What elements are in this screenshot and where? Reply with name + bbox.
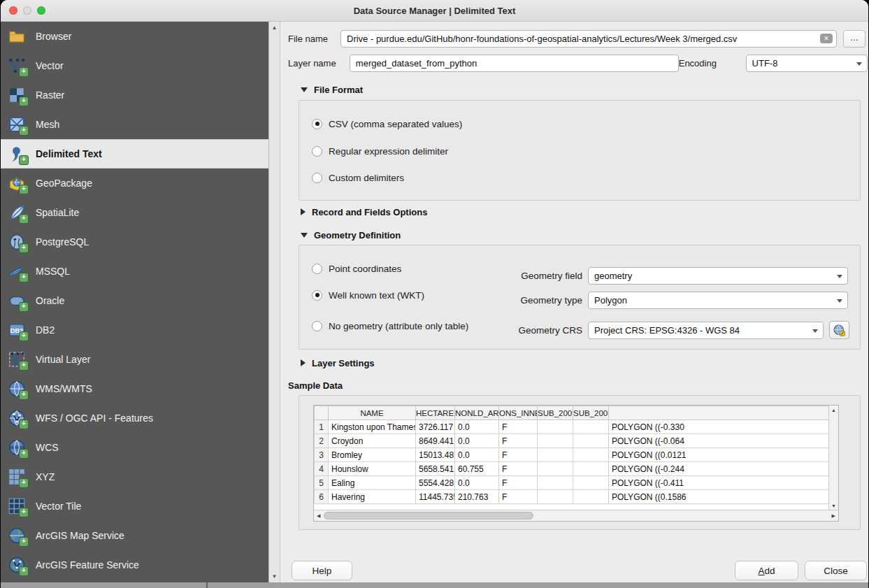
sidebar-item-delimited-text[interactable]: Delimited Text [1,139,268,168]
radio-csv[interactable]: CSV (comma separated values) [312,117,462,131]
section-header-layer-settings[interactable]: Layer Settings [301,357,375,368]
sidebar-item-label: Delimited Text [36,148,102,159]
geometry-crs-select[interactable]: Project CRS: EPSG:4326 - WGS 84 [588,322,824,339]
sidebar-item-mesh[interactable]: Mesh [1,110,268,139]
globe-band-icon [8,438,26,457]
geometry-crs-value: Project CRS: EPSG:4326 - WGS 84 [594,325,740,336]
sidebar-item-label: Raster [36,89,64,101]
radio-point-coordinates[interactable]: Point coordinates [312,261,401,275]
radio-button-icon[interactable] [312,119,322,129]
cell [538,434,573,448]
radio-no-geometry[interactable]: No geometry (attribute only table) [312,319,468,333]
scroll-left-icon[interactable]: ◀ [317,513,320,519]
sample-data-table: NAME HECTARES NONLD_AREA ONS_INNER SUB_2… [313,405,839,522]
sidebar-item-wfs-ogc-api[interactable]: WFS / OGC API - Features [1,403,268,433]
geometry-field-select[interactable]: geometry [588,267,848,285]
column-header: SUB_2006 [573,406,609,420]
file-format-group: CSV (comma separated values) Regular exp… [299,100,861,201]
help-button[interactable]: Help [292,561,352,580]
sidebar-item-spatialite[interactable]: SpatiaLite [1,198,268,227]
sidebar-item-label: GeoPackage [36,178,92,189]
sidebar-item-mssql[interactable]: MSSQL [1,257,268,286]
title-bar: Data Source Manager | Delimited Text [1,0,868,22]
scrollbar-thumb[interactable] [324,512,533,519]
sidebar-item-arcgis-map-service[interactable]: ArcGIS Map Service [1,521,268,550]
sidebar-item-arcgis-feature-service[interactable]: ArcGIS Feature Service [1,550,268,580]
sidebar-item-label: Vector Tile [36,501,81,512]
geometry-crs-label: Geometry CRS [512,325,582,336]
cell: POLYGON ((-0.244 [609,462,830,476]
radio-button-icon[interactable] [312,146,322,157]
sidebar-item-geopackage[interactable]: GeoPackage [1,168,268,198]
table-horizontal-scrollbar[interactable]: ◀ ▶ [314,510,838,521]
cell: F [499,476,538,490]
scroll-right-icon[interactable]: ▶ [832,513,835,519]
table-row: 5 Ealing 5554.428 0.0 F POLYGON ((-0.411 [315,476,830,490]
sidebar-item-virtual-layer[interactable]: Virtual Layer [1,345,268,374]
radio-label: CSV (comma separated values) [329,119,462,129]
radio-regex-delimiter[interactable]: Regular expression delimiter [312,144,448,158]
add-button[interactable]: Add [735,561,798,580]
tile-grid-light-icon [8,468,26,486]
close-window-icon[interactable] [9,6,17,15]
select-crs-button[interactable] [829,321,849,339]
sidebar-item-vector[interactable]: Vector [1,51,268,80]
sidebar-item-xyz[interactable]: XYZ [1,462,268,492]
radio-button-icon[interactable] [312,264,322,274]
browse-file-button[interactable]: … [843,30,866,48]
sidebar-item-wms-wmts[interactable]: WMS/WMTS [1,374,268,403]
cell: Bromley [329,448,416,462]
cell: 15013.487 [416,448,455,462]
close-button[interactable]: Close [805,561,867,580]
section-title: Layer Settings [312,358,375,368]
sidebar-item-label: ArcGIS Feature Service [36,559,139,571]
elephant-icon [8,233,26,251]
file-name-input[interactable] [340,30,837,48]
minimize-window-icon[interactable] [23,6,31,15]
sample-data-title: Sample Data [288,380,343,391]
earth-icon [8,526,26,545]
sidebar-item-db2[interactable]: DB2 DB2 [1,315,268,345]
chevron-down-icon [837,275,842,278]
radio-wkt[interactable]: Well known text (WKT) [312,288,424,302]
sidebar-item-postgresql[interactable]: PostgreSQL [1,227,268,257]
section-header-geometry-definition[interactable]: Geometry Definition [301,229,401,241]
sidebar-item-wcs[interactable]: WCS [1,433,268,462]
geometry-type-select[interactable]: Polygon [588,292,848,309]
table-row: 4 Hounslow 5658.541 60.755 F POLYGON ((-… [315,462,830,476]
db2-icon: DB2 [8,321,26,339]
scroll-down-icon[interactable]: ▼ [829,503,838,508]
zoom-window-icon[interactable] [37,6,45,15]
background-window-strip [1,582,868,588]
clear-text-icon[interactable] [820,34,833,43]
cell [573,420,609,434]
column-header: ONS_INNER [499,406,538,420]
section-header-record-fields[interactable]: Record and Fields Options [301,206,427,217]
row-number: 4 [315,462,329,476]
section-header-file-format[interactable]: File Format [301,84,363,95]
cell: Croydon [329,434,416,448]
scroll-up-icon[interactable]: ▲ [269,24,280,31]
radio-custom-delimiters[interactable]: Custom delimiters [312,171,404,185]
sails-icon [8,262,26,280]
table-vertical-scrollbar[interactable]: ▲ ▼ [828,406,838,510]
radio-button-icon[interactable] [312,173,322,183]
sidebar-item-vector-tile[interactable]: Vector Tile [1,492,268,521]
radio-button-icon[interactable] [312,321,322,331]
layer-name-input[interactable] [350,55,679,72]
scroll-down-icon[interactable]: ▼ [269,573,280,580]
sidebar-item-oracle[interactable]: Oracle [1,286,268,315]
geometry-type-value: Polygon [594,295,627,306]
globe-icon [8,380,26,398]
scroll-up-icon[interactable]: ▲ [829,408,838,413]
cell: POLYGON ((-0.411 [609,476,830,490]
cell: POLYGON ((-0.330 [609,420,830,434]
radio-button-icon[interactable] [312,290,322,301]
cell: 8649.441 [416,434,455,448]
sidebar-item-raster[interactable]: Raster [1,80,268,110]
encoding-select[interactable]: UTF-8 [746,55,868,72]
sidebar-scrollbar[interactable]: ▲ ▼ [268,22,280,582]
collapse-triangle-icon [301,233,308,238]
sidebar-item-browser[interactable]: Browser [1,22,268,51]
cell: 60.755 [455,462,499,476]
